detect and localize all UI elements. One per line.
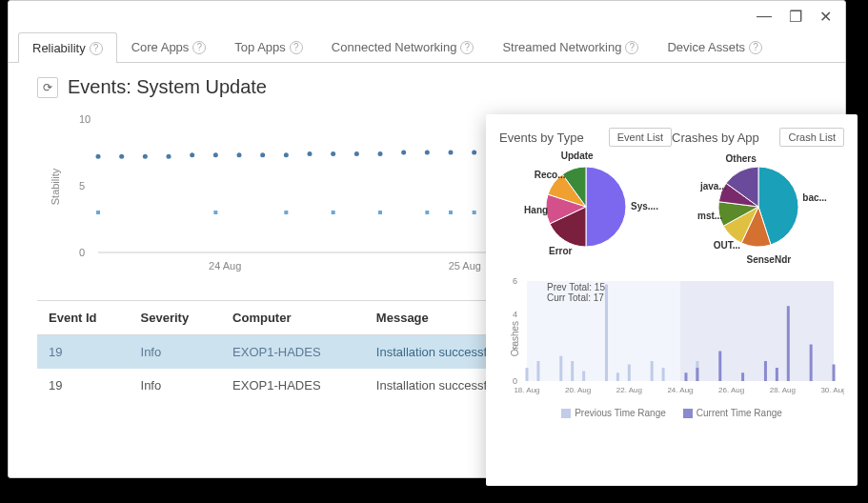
svg-point-11 (190, 152, 194, 157)
legend-swatch (683, 409, 693, 418)
tab-core-apps[interactable]: Core Apps? (117, 31, 221, 62)
svg-rect-38 (96, 211, 100, 214)
cell-link[interactable]: 19 (49, 345, 62, 359)
crashes-y-label: Crashes (510, 321, 520, 356)
svg-rect-62 (684, 372, 687, 381)
table-cell: 19 (37, 369, 130, 402)
pie-slice-label: java... (700, 181, 727, 191)
table-cell: Info (130, 335, 222, 370)
tab-streamed-networking[interactable]: Streamed Networking? (488, 31, 653, 62)
svg-point-18 (354, 151, 359, 156)
svg-text:26. Aug: 26. Aug (718, 386, 744, 394)
svg-point-15 (284, 152, 289, 157)
svg-rect-39 (213, 211, 217, 214)
svg-rect-71 (833, 365, 836, 382)
cell-link[interactable]: Info (141, 345, 162, 359)
svg-rect-57 (605, 285, 608, 382)
col-computer[interactable]: Computer (221, 301, 365, 335)
pie-slice-label: Update (561, 151, 594, 161)
legend-label: Current Time Range (696, 408, 782, 418)
svg-point-13 (237, 152, 242, 157)
svg-text:0: 0 (79, 247, 85, 258)
tab-label: Connected Networking (332, 40, 457, 54)
legend-swatch (561, 409, 571, 418)
svg-rect-54 (559, 356, 562, 381)
pie-slice-label: SenseNdr (746, 254, 791, 265)
tab-reliability[interactable]: Reliability? (18, 32, 117, 63)
tab-top-apps[interactable]: Top Apps? (220, 31, 317, 62)
svg-rect-59 (628, 365, 631, 382)
minimize-icon[interactable]: — (757, 8, 772, 25)
pie-slice-label: Reco... (535, 170, 566, 180)
svg-rect-67 (764, 361, 767, 381)
svg-rect-55 (571, 361, 574, 381)
svg-rect-60 (651, 361, 654, 381)
pie-slice-label: Sys.... (631, 201, 658, 211)
svg-point-19 (378, 151, 383, 156)
tab-connected-networking[interactable]: Connected Networking? (317, 31, 489, 62)
svg-point-20 (401, 151, 406, 155)
svg-rect-70 (810, 345, 813, 382)
svg-point-10 (167, 154, 172, 159)
tab-label: Core Apps (131, 40, 190, 54)
svg-point-9 (143, 154, 148, 159)
pie-slice-label: Hang (524, 205, 548, 215)
help-icon[interactable]: ? (625, 41, 638, 54)
table-cell: Info (130, 369, 222, 402)
totals-box: Prev Total: 15 Curr Total: 17 (547, 282, 605, 303)
help-icon[interactable]: ? (460, 41, 474, 54)
table-cell: EXOP1-HADES (221, 335, 365, 370)
bar-legend: Previous Time Range Current Time Range (499, 408, 844, 418)
panel-top: Events by Type Event List Sys....ErrorHa… (499, 128, 844, 269)
svg-rect-64 (696, 368, 698, 381)
tab-label: Reliability (32, 41, 86, 55)
col-severity[interactable]: Severity (130, 301, 222, 335)
titlebar: — ❐ ✕ (9, 1, 845, 31)
svg-text:24 Aug: 24 Aug (209, 260, 241, 272)
prev-total: Prev Total: 15 (547, 282, 605, 292)
maximize-icon[interactable]: ❐ (789, 8, 802, 26)
pie-title: Crashes by App (672, 131, 759, 145)
close-icon[interactable]: ✕ (819, 8, 832, 26)
svg-point-8 (119, 154, 124, 159)
tab-bar: Reliability? Core Apps? Top Apps? Connec… (9, 31, 845, 63)
legend-label: Previous Time Range (575, 408, 666, 418)
svg-point-23 (472, 151, 476, 155)
event-list-button[interactable]: Event List (609, 128, 672, 147)
pie-slice-label: mst... (697, 211, 722, 221)
cell-link[interactable]: EXOP1-HADES (232, 345, 320, 359)
table-cell: 19 (37, 335, 130, 370)
svg-point-16 (308, 151, 313, 156)
refresh-button[interactable]: ⟳ (37, 77, 58, 98)
help-icon[interactable]: ? (749, 41, 762, 54)
tab-device-assets[interactable]: Device Assets? (653, 31, 777, 62)
svg-rect-56 (582, 372, 585, 382)
svg-rect-52 (526, 368, 529, 381)
svg-text:4: 4 (513, 310, 517, 319)
col-event-id[interactable]: Event Id (37, 301, 130, 335)
crash-list-button[interactable]: Crash List (779, 128, 844, 147)
svg-rect-43 (425, 211, 429, 214)
curr-total: Curr Total: 17 (547, 292, 605, 303)
pie-slice-label: Others (726, 153, 757, 164)
svg-rect-40 (284, 211, 288, 214)
svg-rect-44 (449, 211, 453, 214)
help-icon[interactable]: ? (192, 41, 206, 54)
svg-rect-53 (536, 361, 539, 381)
pie-title: Events by Type (499, 131, 584, 145)
y-axis-label: Stability (50, 169, 61, 206)
svg-text:10: 10 (79, 113, 91, 125)
refresh-icon: ⟳ (43, 81, 52, 94)
help-icon[interactable]: ? (290, 41, 303, 54)
svg-text:6: 6 (513, 276, 517, 286)
svg-text:30. Aug: 30. Aug (820, 386, 844, 394)
table-cell: EXOP1-HADES (221, 369, 365, 402)
svg-text:25 Aug: 25 Aug (449, 260, 481, 272)
help-icon[interactable]: ? (90, 42, 103, 55)
svg-point-21 (425, 151, 430, 155)
pie-slice-label: OUT... (714, 240, 740, 251)
crashes-bar-chart: Crashes Prev Total: 15 Curr Total: 17 02… (499, 276, 844, 438)
svg-rect-68 (776, 368, 778, 381)
svg-text:5: 5 (79, 180, 85, 191)
svg-text:24. Aug: 24. Aug (667, 386, 693, 394)
